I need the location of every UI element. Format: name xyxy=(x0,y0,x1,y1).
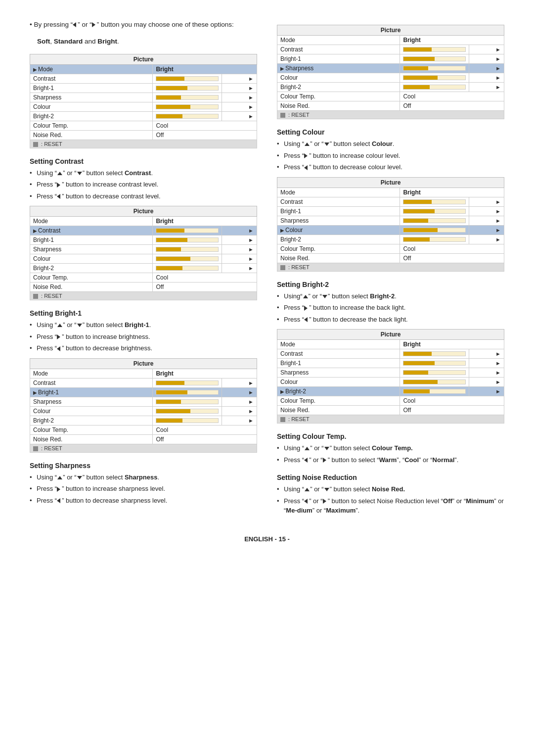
mode-value: Bright xyxy=(153,369,257,378)
arrow: ► xyxy=(469,359,504,368)
sharpness-picture-table: Picture Mode Bright Contrast ► Bright-1 … xyxy=(277,25,504,119)
arrow: ► xyxy=(222,236,257,245)
setting-sharpness-bullets: Using “” or “” button select Sharpness. … xyxy=(30,472,257,506)
noise-red-value: Off xyxy=(400,101,504,111)
colour-temp-label: Colour Temp. xyxy=(277,396,400,406)
noise-red-value: Off xyxy=(153,130,257,140)
bright2-bar xyxy=(153,111,222,121)
contrast-bar xyxy=(400,349,469,359)
table-row: Contrast ► xyxy=(277,45,504,54)
bullet-item: Using “” or “” button select Noise Red. xyxy=(277,484,504,494)
table-row-bright1-highlight: Bright-1 ► xyxy=(30,387,257,397)
arrow: ► xyxy=(222,406,257,416)
arrow: ► xyxy=(222,397,257,406)
bright2-picture-table: Picture Mode Bright Contrast ► Bright-1 … xyxy=(277,329,504,424)
colour-temp-label: Colour Temp. xyxy=(277,92,400,101)
bullet-item: Press “” button to decrease colour level… xyxy=(277,162,504,172)
bright2-bar xyxy=(400,387,469,396)
table-row: Mode Bright xyxy=(277,340,504,349)
right-icon xyxy=(57,334,60,339)
bright1-label: Bright-1 xyxy=(277,206,400,216)
bright2-bar xyxy=(153,264,222,273)
reset-row: : RESET xyxy=(277,111,504,119)
sharpness-bar xyxy=(400,368,469,378)
bright2-label: Bright-2 xyxy=(277,387,400,396)
down-icon xyxy=(77,172,82,175)
contrast-label: Contrast xyxy=(277,349,400,359)
table-row: Bright-2 ► xyxy=(277,83,504,92)
colour-bar xyxy=(153,254,222,264)
bullet-item: Using “” or “” button select Contrast. xyxy=(30,168,257,178)
right-icon xyxy=(57,487,60,492)
table-header: Picture xyxy=(277,177,504,188)
table-row-sharpness-highlight: Sharpness ► xyxy=(277,64,504,73)
table-row: Bright-2 ► xyxy=(277,235,504,244)
reset-label: : RESET xyxy=(277,415,504,424)
bright1-bar xyxy=(153,387,222,397)
table-row: Colour ► xyxy=(277,73,504,83)
arrow: ► xyxy=(222,416,257,425)
setting-bright2-bullets: Using“” or “” button select Bright-2. Pr… xyxy=(277,291,504,325)
contrast-bar xyxy=(153,74,222,83)
table-row: Mode Bright xyxy=(30,64,257,74)
table-row: Mode Bright xyxy=(277,188,504,197)
table-header: Picture xyxy=(277,25,504,36)
page-footer: ENGLISH - 15 - xyxy=(30,535,504,543)
reset-label: : RESET xyxy=(277,111,504,119)
arrow: ► xyxy=(222,83,257,93)
sharpness-bar xyxy=(153,397,222,406)
sharpness-bar xyxy=(153,245,222,254)
cool-bold: Cool xyxy=(404,456,419,464)
noise-red-label: Noise Red. xyxy=(277,101,400,111)
table-row: Bright-1 ► xyxy=(277,54,504,64)
setting-sharpness-title: Setting Sharpness xyxy=(30,462,257,470)
colour-temp-value: Cool xyxy=(153,273,257,283)
sharpness-label: Sharpness xyxy=(30,397,153,406)
sharpness-bar xyxy=(400,64,469,73)
table-row: Mode Bright xyxy=(30,369,257,378)
mode-value: Bright xyxy=(400,188,504,197)
reset-row: : RESET xyxy=(30,292,257,300)
contrast-label: Contrast xyxy=(30,74,153,83)
bright1-label: Bright-1 xyxy=(30,236,153,245)
setting-bright1-title: Setting Bright-1 xyxy=(30,309,257,317)
intro-picture-table: Picture Mode Bright Contrast ► Bright-1 … xyxy=(30,54,257,148)
bright2-label: Bright-2 xyxy=(277,83,400,92)
table-row: Noise Red. Off xyxy=(30,130,257,140)
table-row: Colour ► xyxy=(30,254,257,264)
colour-bar xyxy=(400,378,469,387)
table-row: Noise Red. Off xyxy=(277,253,504,263)
contrast-bold: Contrast xyxy=(125,169,151,177)
down-icon xyxy=(324,142,329,146)
bright1-bar xyxy=(153,83,222,93)
table-header: Picture xyxy=(30,358,257,369)
reset-label: : RESET xyxy=(277,263,504,271)
contrast-picture-table: Picture Mode Bright Contrast ► Bright-1 … xyxy=(30,206,257,300)
colour-label: Colour xyxy=(30,102,153,111)
reset-box-icon xyxy=(33,142,38,147)
noise-red-value: Off xyxy=(400,253,504,263)
mode-label: Mode xyxy=(30,64,153,74)
reset-label: : RESET xyxy=(30,292,257,300)
right-icon xyxy=(323,458,326,463)
arrow: ► xyxy=(222,254,257,264)
colour-temp-bold: Colour Temp. xyxy=(372,444,413,452)
setting-colour-temp-title: Setting Colour Temp. xyxy=(277,432,504,440)
setting-colour-temp-bullets: Using “” or “” button select Colour Temp… xyxy=(277,443,504,465)
reset-label: : RESET xyxy=(30,444,257,452)
colour-temp-value: Cool xyxy=(400,396,504,406)
bright1-label: Bright-1 xyxy=(30,387,153,397)
setting-noise-reduction-title: Setting Noise Reduction xyxy=(277,473,504,481)
colour-temp-label: Colour Temp. xyxy=(277,244,400,253)
table-row: Contrast ► xyxy=(277,349,504,359)
reset-box-icon xyxy=(280,113,285,118)
bright1-bar xyxy=(400,359,469,368)
colour-temp-value: Cool xyxy=(400,244,504,253)
setting-contrast-title: Setting Contrast xyxy=(30,157,257,165)
right-icon xyxy=(57,183,60,188)
soft-label: Soft xyxy=(37,38,50,45)
table-row: Sharpness ► xyxy=(30,397,257,406)
noise-red-label: Noise Red. xyxy=(277,406,400,415)
setting-bright1-bullets: Using “” or “” button select Bright-1. P… xyxy=(30,320,257,353)
colour-bar xyxy=(400,225,469,235)
